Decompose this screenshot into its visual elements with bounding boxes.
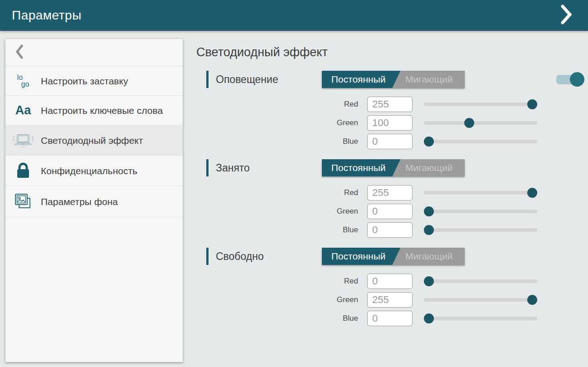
slider-thumb[interactable] xyxy=(424,225,434,235)
mode-option-blinking[interactable]: Мигающий xyxy=(394,159,465,176)
green-slider[interactable] xyxy=(424,206,537,217)
blue-slider[interactable] xyxy=(424,313,537,324)
mode-toggle: Мигающий Постоянный xyxy=(322,71,465,88)
sidebar-item-label: Параметры фона xyxy=(41,196,118,208)
notification-switch[interactable] xyxy=(556,72,584,87)
mode-option-blinking[interactable]: Мигающий xyxy=(394,71,465,88)
switch-thumb xyxy=(570,72,584,87)
mode-toggle: Мигающий Постоянный xyxy=(322,159,465,176)
mode-option-blinking[interactable]: Мигающий xyxy=(394,248,465,265)
channel-row-red: Red xyxy=(317,183,588,202)
blue-value-input[interactable] xyxy=(367,311,413,326)
slider-track xyxy=(424,191,537,195)
blue-slider[interactable] xyxy=(424,225,537,235)
channel-label: Green xyxy=(317,295,358,304)
mode-toggle: Мигающий Постоянный xyxy=(322,248,465,265)
slider-track xyxy=(424,298,537,302)
blue-slider[interactable] xyxy=(424,136,537,147)
channel-label: Red xyxy=(317,100,358,109)
red-value-input[interactable] xyxy=(367,274,413,289)
green-value-input[interactable] xyxy=(367,115,413,131)
red-slider[interactable] xyxy=(424,187,537,198)
chevron-right-icon xyxy=(560,5,572,26)
slider-thumb[interactable] xyxy=(424,206,434,216)
section-label: Свободно xyxy=(216,250,264,263)
sidebar-item-led-effect[interactable]: Светодиодный эффект xyxy=(5,125,183,156)
keywords-icon: Aa xyxy=(5,103,41,117)
drawer-forward-button[interactable] xyxy=(556,5,576,26)
channel-label: Green xyxy=(317,118,358,127)
section-label: Оповещение xyxy=(216,73,278,86)
sidebar-item-label: Настроить заставку xyxy=(41,75,128,87)
green-slider[interactable] xyxy=(424,117,537,128)
app-title: Параметры xyxy=(12,8,82,23)
mode-option-label: Постоянный xyxy=(331,251,386,262)
slider-thumb[interactable] xyxy=(424,276,434,286)
channel-label: Red xyxy=(317,188,358,197)
sidebar-item-label: Конфиденциальность xyxy=(41,165,137,177)
sidebar-item-screensaver[interactable]: logo Настроить заставку xyxy=(5,66,183,96)
slider-track xyxy=(424,210,537,213)
mode-option-constant[interactable]: Постоянный xyxy=(322,159,400,176)
slider-track xyxy=(424,103,537,106)
section-accent-bar xyxy=(206,248,209,265)
slider-track xyxy=(424,279,537,283)
section-label: Занято xyxy=(216,162,250,174)
sidebar-item-background[interactable]: Параметры фона xyxy=(5,186,183,217)
channel-row-red: Red xyxy=(317,95,588,113)
red-value-input[interactable] xyxy=(367,97,413,112)
chevron-left-icon xyxy=(15,44,24,61)
green-slider[interactable] xyxy=(424,294,537,305)
slider-thumb[interactable] xyxy=(527,295,537,305)
green-value-input[interactable] xyxy=(367,292,413,308)
channel-label: Blue xyxy=(317,314,358,323)
section-accent-bar xyxy=(206,159,209,176)
background-image-icon xyxy=(5,192,41,210)
mode-option-label: Мигающий xyxy=(405,162,453,173)
slider-track xyxy=(424,140,537,143)
blue-value-input[interactable] xyxy=(367,134,413,149)
channel-row-blue: Blue xyxy=(317,220,588,239)
section-free: Свободно Мигающий Постоянный Red Green xyxy=(196,247,588,328)
section-accent-bar xyxy=(206,71,209,88)
slider-track xyxy=(424,121,537,125)
sidebar-item-privacy[interactable]: Конфиденциальность xyxy=(5,156,183,186)
channel-label: Green xyxy=(317,207,358,216)
red-value-input[interactable] xyxy=(367,185,413,201)
channel-label: Red xyxy=(317,277,358,286)
channel-row-green: Green xyxy=(317,202,588,220)
slider-thumb[interactable] xyxy=(464,118,474,128)
page-title: Светодиодный эффект xyxy=(196,45,588,59)
channel-row-green: Green xyxy=(317,290,588,309)
sidebar-collapse-button[interactable] xyxy=(5,39,183,66)
red-slider[interactable] xyxy=(424,276,537,287)
mode-option-constant[interactable]: Постоянный xyxy=(322,71,400,88)
blue-value-input[interactable] xyxy=(367,222,413,238)
section-notification: Оповещение Мигающий Постоянный Red xyxy=(196,70,588,151)
mode-option-label: Мигающий xyxy=(405,251,453,262)
slider-track xyxy=(424,228,537,232)
mode-option-constant[interactable]: Постоянный xyxy=(322,248,400,265)
slider-thumb[interactable] xyxy=(424,313,434,323)
lock-icon xyxy=(5,162,41,179)
channel-row-blue: Blue xyxy=(317,132,588,151)
green-value-input[interactable] xyxy=(367,204,413,219)
led-screen-icon xyxy=(5,132,41,149)
sidebar-item-label: Светодиодный эффект xyxy=(41,134,143,147)
slider-thumb[interactable] xyxy=(424,137,434,147)
slider-thumb[interactable] xyxy=(527,188,537,198)
red-slider[interactable] xyxy=(424,99,537,110)
mode-option-label: Мигающий xyxy=(405,74,453,85)
slider-thumb[interactable] xyxy=(527,99,537,109)
sidebar-item-keywords[interactable]: Aa Настроить ключевые слова xyxy=(5,96,183,125)
sidebar-item-label: Настроить ключевые слова xyxy=(41,104,163,117)
mode-option-label: Постоянный xyxy=(331,74,386,85)
section-busy: Занято Мигающий Постоянный Red Green xyxy=(196,159,588,239)
logo-icon: logo xyxy=(5,74,41,88)
main-content: Светодиодный эффект Оповещение Мигающий … xyxy=(196,39,588,336)
slider-track xyxy=(424,317,537,320)
app-header: Параметры xyxy=(0,0,588,31)
channel-row-red: Red xyxy=(317,272,588,290)
channel-row-green: Green xyxy=(317,113,588,132)
channel-label: Blue xyxy=(317,137,358,146)
